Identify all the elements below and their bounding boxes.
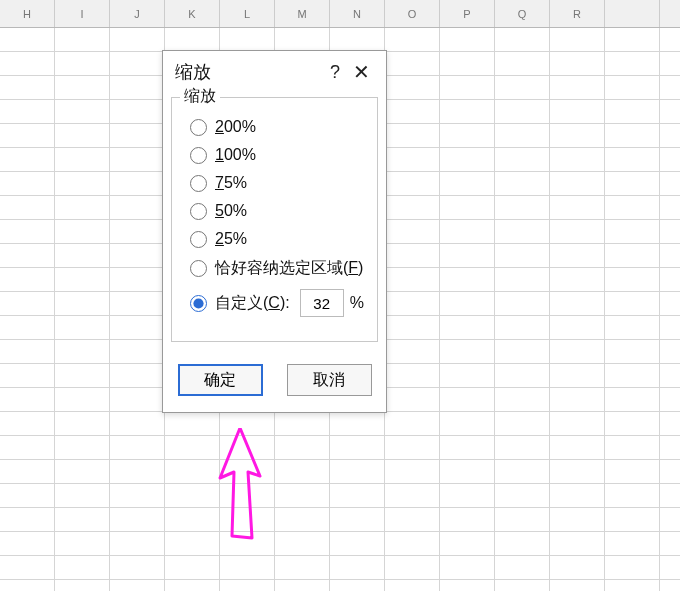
cell[interactable] [385, 268, 440, 292]
cell[interactable] [385, 172, 440, 196]
cell[interactable] [440, 28, 495, 52]
cell[interactable] [110, 196, 165, 220]
cell[interactable] [385, 244, 440, 268]
cell[interactable] [550, 340, 605, 364]
cell[interactable] [385, 436, 440, 460]
cell[interactable] [605, 364, 660, 388]
cell[interactable] [55, 76, 110, 100]
cell[interactable] [550, 292, 605, 316]
cell[interactable] [385, 124, 440, 148]
cell[interactable] [605, 28, 660, 52]
cell[interactable] [220, 436, 275, 460]
ok-button[interactable]: 确定 [178, 364, 263, 396]
cell[interactable] [550, 148, 605, 172]
zoom-option-25[interactable]: 25% [190, 230, 367, 248]
cell[interactable] [605, 316, 660, 340]
column-header[interactable]: N [330, 0, 385, 27]
cell[interactable] [495, 460, 550, 484]
cell[interactable] [440, 76, 495, 100]
column-header[interactable]: P [440, 0, 495, 27]
cell[interactable] [385, 532, 440, 556]
cell[interactable] [165, 28, 220, 52]
cell[interactable] [660, 412, 680, 436]
cell[interactable] [440, 556, 495, 580]
cell[interactable] [550, 196, 605, 220]
cell[interactable] [110, 364, 165, 388]
cell[interactable] [660, 268, 680, 292]
cell[interactable] [495, 76, 550, 100]
column-header[interactable]: R [550, 0, 605, 27]
cell[interactable] [660, 148, 680, 172]
close-button[interactable]: ✕ [348, 60, 374, 84]
cell[interactable] [220, 28, 275, 52]
cell[interactable] [110, 52, 165, 76]
cell[interactable] [0, 292, 55, 316]
cell[interactable] [605, 388, 660, 412]
cell[interactable] [220, 412, 275, 436]
cell[interactable] [550, 436, 605, 460]
cell[interactable] [220, 580, 275, 591]
cell[interactable] [165, 508, 220, 532]
cell[interactable] [110, 148, 165, 172]
cell[interactable] [110, 124, 165, 148]
cell[interactable] [605, 508, 660, 532]
cell[interactable] [330, 484, 385, 508]
cell[interactable] [385, 460, 440, 484]
cell[interactable] [605, 148, 660, 172]
cell[interactable] [330, 28, 385, 52]
cell[interactable] [660, 340, 680, 364]
cell[interactable] [0, 268, 55, 292]
cell[interactable] [55, 532, 110, 556]
cell[interactable] [660, 196, 680, 220]
cell[interactable] [605, 196, 660, 220]
cell[interactable] [55, 196, 110, 220]
cell[interactable] [660, 316, 680, 340]
cell[interactable] [660, 244, 680, 268]
cell[interactable] [605, 340, 660, 364]
cell[interactable] [495, 220, 550, 244]
cell[interactable] [55, 316, 110, 340]
cell[interactable] [330, 532, 385, 556]
cell[interactable] [605, 460, 660, 484]
cell[interactable] [275, 412, 330, 436]
cell[interactable] [605, 220, 660, 244]
cell[interactable] [440, 388, 495, 412]
cell[interactable] [495, 244, 550, 268]
cell[interactable] [110, 580, 165, 591]
cancel-button[interactable]: 取消 [287, 364, 372, 396]
cell[interactable] [385, 28, 440, 52]
cell[interactable] [55, 580, 110, 591]
cell[interactable] [660, 292, 680, 316]
cell[interactable] [495, 316, 550, 340]
radio-200[interactable] [190, 119, 207, 136]
cell[interactable] [605, 484, 660, 508]
cell[interactable] [0, 340, 55, 364]
cell[interactable] [660, 388, 680, 412]
cell[interactable] [55, 172, 110, 196]
cell[interactable] [385, 388, 440, 412]
cell[interactable] [110, 316, 165, 340]
cell[interactable] [660, 172, 680, 196]
cell[interactable] [55, 52, 110, 76]
cell[interactable] [495, 340, 550, 364]
cell[interactable] [165, 532, 220, 556]
cell[interactable] [220, 460, 275, 484]
cell[interactable] [440, 508, 495, 532]
cell[interactable] [550, 28, 605, 52]
cell[interactable] [220, 556, 275, 580]
cell[interactable] [495, 364, 550, 388]
cell[interactable] [385, 508, 440, 532]
cell[interactable] [495, 580, 550, 591]
cell[interactable] [440, 436, 495, 460]
cell[interactable] [495, 268, 550, 292]
cell[interactable] [110, 100, 165, 124]
cell[interactable] [550, 532, 605, 556]
cell[interactable] [385, 148, 440, 172]
cell[interactable] [385, 220, 440, 244]
cell[interactable] [440, 148, 495, 172]
column-header[interactable]: Q [495, 0, 550, 27]
cell[interactable] [495, 28, 550, 52]
cell[interactable] [660, 460, 680, 484]
cell[interactable] [660, 364, 680, 388]
cell[interactable] [0, 388, 55, 412]
